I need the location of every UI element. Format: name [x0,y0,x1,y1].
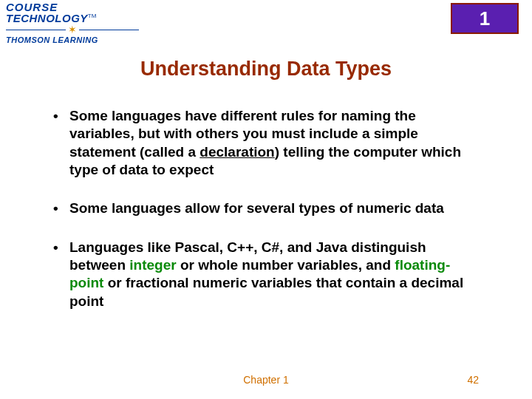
slide-title: Understanding Data Types [0,58,532,81]
bullet-list: Some languages have different rules for … [0,107,532,310]
slide-footer: Chapter 1 42 [0,374,532,386]
footer-page-number: 42 [467,374,479,386]
bullet-item: Languages like Pascal, C++, C#, and Java… [50,239,482,310]
logo-divider: ✶ [6,24,139,35]
logo-line-2: TECHNOLOGY [6,13,88,24]
bullet-item: Some languages allow for several types o… [50,200,482,217]
keyword-declaration: declaration [200,144,274,160]
bullet-text: or whole number variables, and [177,257,395,273]
slide-header: COURSE TECHNOLOGY TM ✶ THOMSON LEARNING … [0,0,532,50]
logo-line-1: COURSE [6,1,139,13]
keyword-integer: integer [129,257,176,273]
bullet-text: or fractional numeric variables that con… [69,275,463,308]
footer-chapter: Chapter 1 [243,374,288,386]
chapter-badge-number: 1 [480,7,490,30]
bullet-item: Some languages have different rules for … [50,107,482,179]
bullet-text: Some languages allow for several types o… [69,200,444,216]
logo-line-3: THOMSON LEARNING [6,35,139,44]
publisher-logo: COURSE TECHNOLOGY TM ✶ THOMSON LEARNING [6,1,139,44]
chapter-badge: 1 [451,3,519,34]
logo-tm: TM [88,13,97,19]
star-icon: ✶ [68,24,77,35]
